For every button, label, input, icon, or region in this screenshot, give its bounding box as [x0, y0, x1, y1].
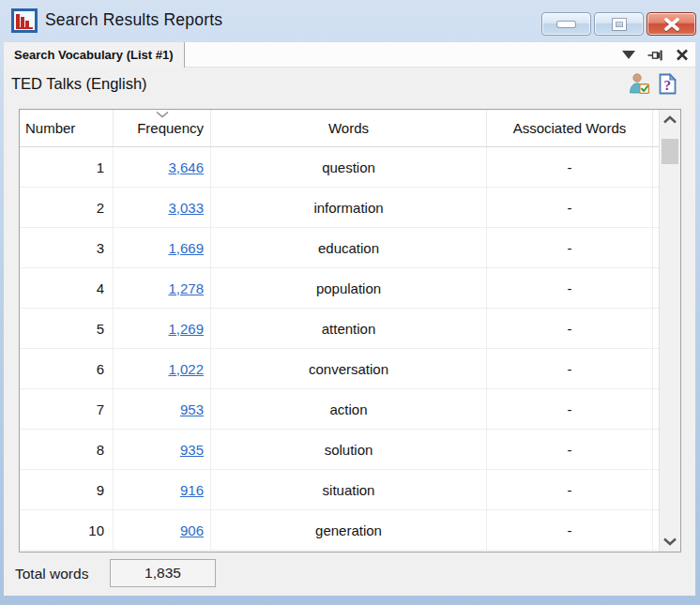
cell-associated-words: -	[487, 309, 653, 348]
window-title: Search Results Reports	[45, 10, 222, 30]
cell-word: education	[211, 228, 487, 267]
svg-text:?: ?	[663, 77, 671, 92]
frequency-link[interactable]: 953	[180, 401, 204, 417]
tab-label: Search Vocabulary (List #1)	[14, 48, 174, 62]
scroll-down-icon[interactable]	[662, 537, 677, 546]
frequency-link[interactable]: 1,669	[168, 240, 204, 256]
cell-associated-words: -	[487, 470, 653, 509]
table-row: 9 916 situation -	[20, 470, 680, 510]
help-icon: ?	[659, 73, 677, 95]
user-settings-button[interactable]	[628, 72, 650, 95]
cell-frequency: 916	[114, 470, 211, 509]
cell-word: solution	[211, 430, 487, 469]
table-row: 2 3,033 information -	[20, 188, 680, 228]
toolbar: TED Talks (English) ?	[4, 68, 695, 100]
cell-associated-words: -	[487, 228, 653, 267]
frequency-link[interactable]: 3,033	[168, 200, 204, 216]
close-icon	[663, 18, 680, 31]
cell-associated-words: -	[487, 188, 653, 227]
title-bar[interactable]: Search Results Reports	[0, 0, 700, 42]
table-row: 1 3,646 question -	[20, 147, 680, 188]
results-table: Number Frequency Words Associated Words	[19, 109, 681, 552]
bar-chart-app-icon	[11, 8, 38, 33]
minimize-icon	[557, 22, 575, 27]
corpus-name: TED Talks (English)	[11, 68, 147, 100]
panel-close-button[interactable]	[676, 49, 689, 61]
cell-number: 4	[20, 268, 114, 308]
cell-number: 1	[20, 147, 114, 187]
close-button[interactable]	[647, 12, 696, 36]
window-controls	[541, 12, 696, 36]
total-words-value: 1,835	[110, 559, 216, 587]
table-row: 7 953 action -	[20, 389, 680, 430]
column-header-number[interactable]: Number	[20, 110, 114, 146]
status-bar: Total words 1,835	[4, 552, 695, 595]
frequency-link[interactable]: 3,646	[168, 159, 204, 175]
pushpin-icon	[647, 48, 663, 63]
cell-word: attention	[211, 309, 487, 348]
user-check-icon	[628, 72, 650, 95]
tab-search-vocabulary[interactable]: Search Vocabulary (List #1)	[4, 42, 185, 68]
cell-frequency: 953	[114, 389, 211, 429]
cell-frequency: 935	[114, 430, 211, 469]
cell-word: generation	[211, 510, 487, 550]
cell-associated-words: -	[487, 268, 653, 308]
cell-frequency: 1,669	[114, 228, 211, 267]
cell-word: conversation	[211, 349, 487, 388]
cell-number: 8	[20, 430, 114, 469]
cell-word: information	[211, 188, 487, 227]
panel-content: Search Vocabulary (List #1)	[4, 42, 695, 596]
cell-frequency: 1,278	[114, 268, 211, 308]
vertical-scrollbar[interactable]	[659, 110, 680, 552]
cell-word: question	[211, 147, 487, 187]
cell-word: population	[211, 268, 487, 308]
cell-number: 3	[20, 228, 114, 267]
cell-number: 7	[20, 389, 114, 429]
column-header-words[interactable]: Words	[211, 110, 487, 146]
cell-word: situation	[211, 470, 487, 509]
frequency-link[interactable]: 935	[180, 442, 204, 458]
table-body: 1 3,646 question - 2 3,033 information -…	[20, 147, 680, 551]
panel-menu-button[interactable]	[622, 51, 635, 59]
maximize-button[interactable]	[594, 12, 644, 36]
chevron-down-icon	[622, 51, 635, 59]
frequency-link[interactable]: 1,269	[168, 321, 204, 337]
scroll-up-icon[interactable]	[662, 115, 677, 124]
frequency-link[interactable]: 916	[180, 482, 204, 498]
cell-frequency: 3,646	[114, 147, 211, 187]
cell-number: 10	[20, 510, 114, 550]
frequency-link[interactable]: 1,022	[168, 361, 204, 377]
table-row: 10 906 generation -	[20, 510, 680, 551]
cell-number: 9	[20, 470, 114, 509]
cell-associated-words: -	[487, 510, 653, 550]
cell-number: 5	[20, 309, 114, 348]
cell-associated-words: -	[487, 430, 653, 469]
frequency-link[interactable]: 1,278	[168, 280, 204, 296]
cell-frequency: 906	[114, 510, 211, 550]
maximize-icon	[613, 19, 626, 30]
table-row: 3 1,669 education -	[20, 228, 680, 268]
table-row: 6 1,022 conversation -	[20, 349, 680, 389]
close-icon	[676, 49, 689, 61]
table-row: 4 1,278 population -	[20, 268, 680, 309]
table-row: 5 1,269 attention -	[20, 309, 680, 349]
sort-descending-icon	[155, 111, 169, 118]
cell-number: 6	[20, 349, 114, 388]
cell-number: 2	[20, 188, 114, 227]
minimize-button[interactable]	[541, 12, 591, 36]
column-header-associated-words[interactable]: Associated Words	[487, 110, 653, 146]
cell-frequency: 3,033	[114, 188, 211, 227]
table-header-row: Number Frequency Words Associated Words	[20, 110, 680, 147]
scrollbar-thumb[interactable]	[662, 139, 678, 164]
pin-button[interactable]	[647, 48, 663, 63]
cell-word: action	[211, 389, 487, 429]
cell-associated-words: -	[487, 349, 653, 388]
help-button[interactable]: ?	[659, 73, 677, 95]
cell-associated-words: -	[487, 147, 653, 187]
total-words-label: Total words	[15, 552, 88, 595]
app-window: Search Results Reports Search Vocabulary…	[0, 0, 700, 605]
tab-bar: Search Vocabulary (List #1)	[4, 42, 695, 68]
column-header-frequency[interactable]: Frequency	[114, 110, 211, 146]
frequency-link[interactable]: 906	[180, 522, 204, 538]
cell-associated-words: -	[487, 389, 653, 429]
